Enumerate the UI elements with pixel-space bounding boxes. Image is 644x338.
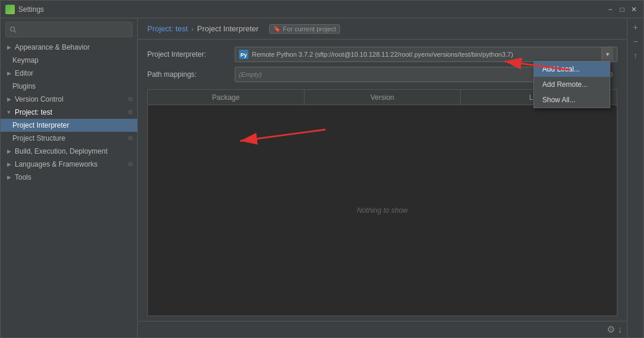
sidebar-items: ▶ Appearance & Behavior Keymap ▶ Editor … xyxy=(1,41,137,337)
breadcrumb-tag: 🔖 For current project xyxy=(269,24,340,34)
expand-arrow-editor: ▶ xyxy=(5,70,12,77)
sidebar-item-keymap[interactable]: Keymap xyxy=(1,54,137,67)
menu-add-local-label: Add Local... xyxy=(542,65,580,73)
copy-icon-structure: ⧉ xyxy=(128,135,132,142)
interpreter-row: Project Interpreter: Py Remote Python 3.… xyxy=(147,47,617,62)
sidebar-label-project: Project: test xyxy=(15,108,52,116)
packages-table: Package Version Latest Nothing to show xyxy=(147,89,617,316)
copy-icon-project: ⧉ xyxy=(128,109,132,116)
sidebar-label-vc: Version Control xyxy=(15,95,63,103)
search-bar[interactable] xyxy=(5,22,132,37)
expand-arrow-appearance: ▶ xyxy=(5,44,12,51)
sidebar-label-editor: Editor xyxy=(15,69,33,77)
copy-icon-interpreter: ⧉ xyxy=(128,122,132,129)
python-icon: Py xyxy=(239,50,248,59)
sidebar-label-build: Build, Execution, Deployment xyxy=(15,147,108,155)
sidebar-item-project-test[interactable]: ▼ Project: test ⧉ xyxy=(1,106,137,119)
path-label: Path mappings: xyxy=(147,70,230,79)
main-content: ▶ Appearance & Behavior Keymap ▶ Editor … xyxy=(1,18,643,337)
sidebar-label-languages: Languages & Frameworks xyxy=(15,160,98,168)
interpreter-dropdown-button[interactable]: ▼ xyxy=(601,47,613,61)
menu-show-all[interactable]: Show All... xyxy=(534,92,610,108)
menu-add-remote[interactable]: Add Remote... xyxy=(534,77,610,92)
menu-show-all-label: Show All... xyxy=(542,96,575,104)
download-button[interactable]: ↓ xyxy=(617,324,622,335)
title-bar-controls: − □ ✕ xyxy=(606,5,639,14)
interpreter-value: Remote Python 3.7.2 (sftp://root@10.10.1… xyxy=(252,51,598,58)
copy-icon-languages: ⧉ xyxy=(128,161,132,168)
breadcrumb-tag-text: For current project xyxy=(283,25,336,32)
col-version: Version xyxy=(305,90,461,105)
col-package: Package xyxy=(148,90,305,105)
sidebar-item-version-control[interactable]: ▶ Version Control ⧉ xyxy=(1,93,137,106)
sidebar-label-interpreter: Project Interpreter xyxy=(12,121,69,129)
col-version-label: Version xyxy=(370,93,394,102)
add-package-button[interactable]: + xyxy=(629,21,642,34)
sidebar-item-languages[interactable]: ▶ Languages & Frameworks ⧉ xyxy=(1,158,137,171)
remove-package-button[interactable]: − xyxy=(629,35,642,48)
menu-add-remote-label: Add Remote... xyxy=(542,80,588,89)
title-bar-left: Settings xyxy=(5,5,44,14)
sidebar-label-keymap: Keymap xyxy=(12,56,38,64)
breadcrumb-current: Project Interpreter xyxy=(197,24,258,33)
search-input[interactable] xyxy=(19,26,128,33)
empty-message: Nothing to show xyxy=(357,206,407,214)
interpreter-field: Py Remote Python 3.7.2 (sftp://root@10.1… xyxy=(235,47,617,62)
sidebar: ▶ Appearance & Behavior Keymap ▶ Editor … xyxy=(1,18,138,337)
sidebar-label-structure: Project Structure xyxy=(12,134,65,142)
sidebar-label-appearance: Appearance & Behavior xyxy=(15,43,90,51)
sidebar-item-editor[interactable]: ▶ Editor xyxy=(1,67,137,80)
expand-arrow-vc: ▶ xyxy=(5,96,12,103)
sidebar-label-plugins: Plugins xyxy=(12,82,35,90)
right-panel: Project: test › Project Interpreter 🔖 Fo… xyxy=(138,18,627,337)
app-icon xyxy=(5,5,15,14)
table-body: Nothing to show xyxy=(147,105,617,316)
sidebar-item-build[interactable]: ▶ Build, Execution, Deployment xyxy=(1,145,137,158)
expand-arrow-project: ▼ xyxy=(5,109,12,116)
search-icon xyxy=(9,26,17,33)
move-up-button[interactable]: ↑ xyxy=(629,49,642,62)
interpreter-label: Project Interpreter: xyxy=(147,50,230,58)
sidebar-item-project-interpreter[interactable]: Project Interpreter ⧉ xyxy=(1,119,137,132)
minimize-button[interactable]: − xyxy=(606,5,615,14)
close-button[interactable]: ✕ xyxy=(629,5,639,14)
breadcrumb-arrow: › xyxy=(192,25,194,32)
expand-arrow-build: ▶ xyxy=(5,148,12,155)
sidebar-item-plugins[interactable]: Plugins xyxy=(1,80,137,93)
breadcrumb-bar: Project: test › Project Interpreter 🔖 Fo… xyxy=(138,18,627,40)
settings-window: Settings − □ ✕ ▶ Appearance & Behavior xyxy=(0,0,644,338)
sidebar-label-tools: Tools xyxy=(15,173,31,181)
window-title: Settings xyxy=(18,5,44,14)
right-sidebar: + − ↑ xyxy=(627,18,643,337)
path-value: (Empty) xyxy=(239,71,262,78)
expand-arrow-languages: ▶ xyxy=(5,161,12,168)
breadcrumb-parent[interactable]: Project: test xyxy=(147,24,188,33)
settings-gear-button[interactable]: ⚙ xyxy=(607,324,615,335)
sidebar-item-appearance[interactable]: ▶ Appearance & Behavior xyxy=(1,41,137,54)
svg-point-0 xyxy=(11,27,15,31)
col-package-label: Package xyxy=(212,93,240,102)
title-bar: Settings − □ ✕ xyxy=(1,1,643,18)
dropdown-menu: Add Local... Add Remote... Show All... xyxy=(533,61,610,108)
expand-arrow-tools: ▶ xyxy=(5,174,12,181)
svg-line-1 xyxy=(14,31,16,32)
menu-add-local[interactable]: Add Local... xyxy=(534,61,610,77)
copy-icon-vc: ⧉ xyxy=(128,96,132,103)
breadcrumb-tag-icon: 🔖 xyxy=(273,25,280,32)
sidebar-item-tools[interactable]: ▶ Tools xyxy=(1,171,137,184)
svg-text:Py: Py xyxy=(240,52,247,58)
sidebar-item-project-structure[interactable]: Project Structure ⧉ xyxy=(1,132,137,145)
maximize-button[interactable]: □ xyxy=(617,5,627,14)
bottom-bar: ⚙ ↓ xyxy=(138,321,627,337)
